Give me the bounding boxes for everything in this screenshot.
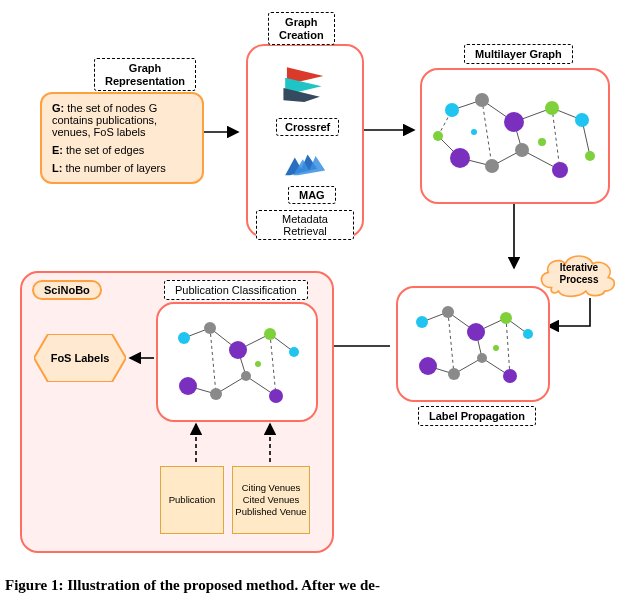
svg-point-27: [450, 148, 470, 168]
svg-line-45: [506, 318, 510, 376]
svg-point-77: [269, 389, 283, 403]
svg-line-44: [448, 312, 454, 374]
svg-point-52: [419, 357, 437, 375]
label-propagation-label: Label Propagation: [418, 406, 536, 426]
svg-point-69: [178, 332, 190, 344]
fos-labels-hex: FoS Labels: [34, 334, 126, 386]
iterative-process-cloud: Iterative Process: [536, 250, 622, 298]
svg-point-73: [289, 347, 299, 357]
arrow-pubclass-to-fos: [126, 348, 156, 368]
svg-point-29: [515, 143, 529, 157]
svg-point-24: [575, 113, 589, 127]
arrow-doc2-up: [256, 420, 284, 464]
svg-point-49: [467, 323, 485, 341]
graph-representation-label: Graph Representation: [94, 58, 196, 91]
svg-point-25: [585, 151, 595, 161]
svg-point-74: [179, 377, 197, 395]
label-propagation-box: [396, 286, 550, 402]
svg-point-21: [475, 93, 489, 107]
svg-point-70: [204, 322, 216, 334]
graph-creation-box: Crossref MAG Metadata Retrieval: [246, 44, 364, 238]
multilayer-graph-label: Multilayer Graph: [464, 44, 573, 64]
label-propagation-graph-icon: [398, 288, 548, 400]
arrow-multilayer-down: [504, 202, 524, 272]
svg-point-32: [471, 129, 477, 135]
svg-point-71: [229, 341, 247, 359]
arrow-creation-to-multilayer: [362, 120, 418, 140]
svg-point-30: [552, 162, 568, 178]
iterative-loop-arrow: [542, 296, 612, 340]
svg-point-51: [523, 329, 533, 339]
publication-doc: Publication: [160, 466, 224, 534]
semantic-scholar-icon: [280, 60, 332, 104]
svg-point-75: [210, 388, 222, 400]
publication-classification-label: Publication Classification: [164, 280, 308, 300]
svg-point-55: [503, 369, 517, 383]
svg-point-28: [485, 159, 499, 173]
svg-point-31: [538, 138, 546, 146]
svg-line-15: [482, 100, 492, 166]
svg-point-50: [500, 312, 512, 324]
svg-point-26: [433, 131, 443, 141]
svg-point-76: [241, 371, 251, 381]
scinobo-label: SciNoBo: [32, 280, 102, 300]
crossref-label: Crossref: [276, 118, 339, 136]
svg-point-20: [445, 103, 459, 117]
graph-creation-label: Graph Creation: [268, 12, 335, 45]
multilayer-graph-iconic: [422, 70, 608, 202]
graph-representation-box: G: the set of nodes G contains publicati…: [40, 92, 204, 184]
arrow-rep-to-creation: [202, 110, 242, 140]
svg-point-48: [442, 306, 454, 318]
metadata-label: Metadata Retrieval: [256, 210, 354, 240]
venues-doc: Citing Venues Cited Venues Published Ven…: [232, 466, 310, 534]
svg-point-47: [416, 316, 428, 328]
mag-label: MAG: [288, 186, 336, 204]
svg-point-22: [504, 112, 524, 132]
mag-icon: [282, 146, 330, 182]
svg-point-72: [264, 328, 276, 340]
svg-line-67: [270, 334, 276, 396]
svg-line-66: [210, 328, 216, 394]
svg-point-78: [255, 361, 261, 367]
multilayer-graph-box: [420, 68, 610, 204]
svg-line-16: [552, 108, 560, 170]
svg-point-56: [493, 345, 499, 351]
figure-caption: Figure 1: Illustration of the proposed m…: [5, 577, 635, 594]
svg-point-23: [545, 101, 559, 115]
arrow-doc1-up: [182, 420, 210, 464]
publication-classification-box: [156, 302, 318, 422]
publication-classification-graph-icon: [158, 304, 316, 420]
svg-point-54: [477, 353, 487, 363]
svg-point-53: [448, 368, 460, 380]
